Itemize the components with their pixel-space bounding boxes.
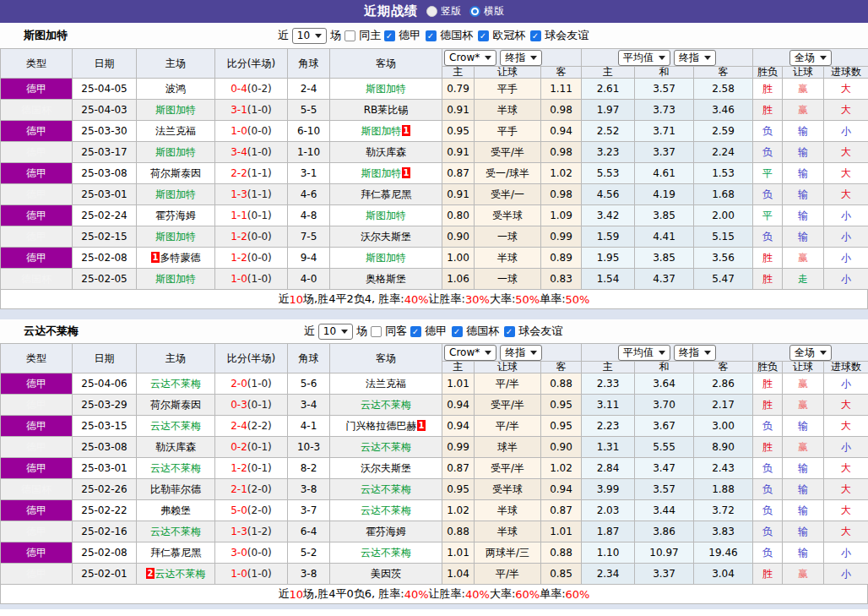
league-cell: 德甲 (1, 416, 73, 437)
league-checkbox[interactable] (504, 326, 515, 337)
euro-away-odds: 3.83 (694, 521, 753, 542)
score-cell: 3-4(1-0) (215, 142, 288, 163)
layout-radio-horizontal[interactable]: 横版 (469, 4, 504, 19)
col-away: 客场 (330, 49, 442, 79)
match-row: 德甲25-02-081多特蒙德1-2(0-0)9-4斯图加特1.00半球0.89… (1, 248, 868, 269)
final-average-select[interactable]: 终指 (674, 50, 716, 66)
asian-away-odds: 1.02 (541, 163, 582, 184)
average-select[interactable]: 平均值 (618, 345, 670, 361)
bookmaker-select[interactable]: Crow* (444, 345, 496, 361)
away-team-cell: 勒沃库森 (330, 142, 442, 163)
asian-home-odds: 0.91 (442, 100, 475, 121)
result-goals: 大 (824, 500, 868, 521)
half-score-text: (2-0) (247, 483, 272, 495)
result-goals: 小 (824, 373, 868, 395)
near-label: 近 (278, 28, 289, 43)
final-odds-select[interactable]: 终指 (500, 345, 542, 361)
league-checkbox[interactable] (478, 30, 489, 41)
result-handicap: 赢 (783, 437, 824, 458)
match-count-select[interactable]: 10 (292, 28, 327, 44)
score-cell: 3-1(1-0) (215, 100, 288, 121)
summary-bremen: 近10场,胜4平0负6, 胜率:40% 让胜率:40% 大率:60% 单率:60… (0, 585, 868, 604)
euro-odds-group: 平均值 终指 (582, 344, 753, 362)
league-checkbox-label: 德国杯 (466, 324, 499, 339)
match-count-select[interactable]: 10 (318, 324, 353, 340)
euro-home-odds: 1.54 (582, 269, 635, 290)
home-team-cell: 斯图加特 (137, 142, 215, 163)
subcol-outcome: 胜负 (753, 67, 783, 79)
team-label: 斯图加特 (366, 252, 406, 264)
league-cell: 德甲 (1, 395, 73, 416)
result-handicap: 赢 (783, 373, 824, 395)
league-checkbox[interactable] (426, 30, 437, 41)
asian-away-odds: 1.09 (541, 205, 582, 226)
euro-home-odds: 1.87 (582, 521, 635, 542)
asian-home-odds: 0.88 (442, 521, 475, 542)
euro-home-odds: 2.33 (582, 373, 635, 395)
home-team-cell: 斯图加特 (137, 226, 215, 248)
result-outcome: 平 (753, 205, 783, 226)
euro-draw-odds: 3.44 (635, 500, 694, 521)
euro-home-odds: 2.34 (582, 564, 635, 585)
team-label: 门兴格拉德巴赫 (346, 420, 417, 432)
corners-cell: 4-6 (288, 184, 330, 205)
asian-away-odds: 1.01 (541, 521, 582, 542)
euro-draw-odds: 3.85 (635, 248, 694, 269)
result-handicap: 输 (783, 121, 824, 142)
league-cell: 德甲 (1, 564, 73, 585)
col-home: 主场 (137, 49, 215, 79)
league-checkbox-label: 球会友谊 (545, 28, 589, 43)
radio-icon[interactable] (426, 6, 437, 17)
bookmaker-select[interactable]: Crow* (444, 50, 496, 66)
scope-select[interactable]: 全场 (789, 345, 832, 361)
euro-home-odds: 2.03 (582, 500, 635, 521)
half-score-text: (2-0) (247, 504, 272, 516)
score-cell: 1-2(0-0) (215, 226, 288, 248)
league-checkbox[interactable] (384, 30, 395, 41)
scope-select[interactable]: 全场 (789, 50, 832, 66)
league-checkbox[interactable] (530, 30, 541, 41)
home-team-cell: 斯图加特 (137, 184, 215, 205)
subcol-ah-line: 让球 (475, 362, 541, 373)
full-score-text: 0-4 (231, 83, 247, 95)
summary-text: 让胜率: (429, 292, 465, 307)
radio-label: 横版 (484, 4, 504, 19)
same-venue-checkbox[interactable] (344, 30, 355, 41)
asian-home-odds: 0.95 (442, 121, 475, 142)
league-cell: 德甲 (1, 184, 73, 205)
result-goals: 小 (824, 248, 868, 269)
layout-radio-vertical[interactable]: 竖版 (426, 4, 461, 19)
euro-home-odds: 3.99 (582, 479, 635, 500)
asian-handicap-line: 平手 (475, 121, 541, 142)
same-venue-checkbox[interactable] (371, 326, 382, 337)
away-team-cell: 法兰克福 (330, 373, 442, 395)
home-team-cell: 比勒菲尔德 (137, 479, 215, 500)
subcol-handicap: 让球 (783, 362, 824, 373)
league-checkbox[interactable] (410, 326, 421, 337)
radio-checked-icon[interactable] (469, 6, 480, 17)
corners-cell: 2-4 (288, 79, 330, 100)
team-label: 奥格斯堡 (366, 273, 406, 285)
euro-away-odds: 2.43 (694, 458, 753, 479)
average-select[interactable]: 平均值 (618, 50, 670, 66)
match-row: 德甲25-03-01云达不莱梅1-2(0-1)8-2沃尔夫斯堡0.87受平/半1… (1, 458, 868, 479)
half-score-text: (0-1) (247, 462, 272, 474)
result-handicap: 输 (783, 142, 824, 163)
corners-cell: 5-6 (288, 373, 330, 395)
away-team-cell: 云达不莱梅 (330, 500, 442, 521)
date-cell: 25-02-24 (73, 205, 137, 226)
final-odds-select[interactable]: 终指 (500, 50, 542, 66)
summary-text: 60% (566, 588, 590, 601)
euro-home-odds: 1.59 (582, 226, 635, 248)
summary-text: 40% (465, 588, 490, 601)
score-cell: 1-3(1-1) (215, 184, 288, 205)
asian-handicap-line: 受平/半 (475, 142, 541, 163)
asian-home-odds: 0.79 (442, 79, 475, 100)
league-checkbox[interactable] (452, 326, 463, 337)
euro-away-odds: 3.46 (694, 100, 753, 121)
asian-away-odds: 0.94 (541, 479, 582, 500)
final-average-select[interactable]: 终指 (674, 345, 716, 361)
asian-handicap-line: 半球 (475, 521, 541, 542)
corners-cell: 6-4 (288, 521, 330, 542)
full-score-text: 1-0 (231, 568, 247, 580)
